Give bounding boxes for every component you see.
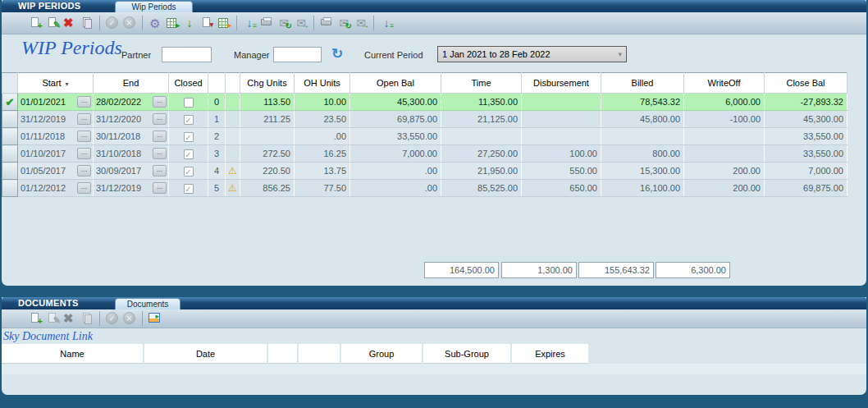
start-date-cell[interactable]: 01/10/2017... <box>18 145 94 163</box>
header-open-bal[interactable]: Open Bal <box>350 73 441 94</box>
time-cell[interactable]: 27,250.00 <box>441 145 522 163</box>
closed-cell[interactable]: ✓ <box>169 180 208 197</box>
tab-documents[interactable]: Documents <box>115 298 180 309</box>
end-date-cell[interactable]: 31/10/2018... <box>94 145 169 163</box>
header-closed[interactable]: Closed <box>169 73 208 94</box>
header-group[interactable]: Group <box>341 344 422 364</box>
date-picker-button[interactable]: ... <box>77 113 91 125</box>
closed-checkbox[interactable]: ✓ <box>184 132 194 142</box>
table-row[interactable]: 01/05/2017... 30/09/2017... ✓ 4 ⚠ 220.50… <box>2 163 847 180</box>
delete-record-icon[interactable]: ✖ <box>62 16 77 30</box>
confirm-icon[interactable]: ✓ <box>105 16 120 30</box>
oh-units-cell[interactable]: 10.00 <box>295 94 350 111</box>
email-send-all-icon[interactable]: ✉→ <box>354 16 368 30</box>
date-picker-button[interactable]: ... <box>77 148 91 159</box>
document-link-icon[interactable] <box>148 311 162 326</box>
billed-cell[interactable]: 800.00 <box>601 145 684 163</box>
time-cell[interactable]: 21,950.00 <box>441 163 522 180</box>
writeoff-cell[interactable]: -100.00 <box>684 111 765 128</box>
table-row[interactable]: 01/12/2012... 31/12/2019... ✓ 5 ⚠ 856.25… <box>2 180 847 197</box>
disbursement-cell[interactable] <box>522 128 601 145</box>
closed-checkbox[interactable]: ✓ <box>184 167 194 176</box>
start-date-cell[interactable]: 01/05/2017... <box>18 163 94 180</box>
manager-input[interactable] <box>273 47 322 62</box>
billed-cell[interactable]: 15,300.00 <box>601 163 684 180</box>
header-writeoff[interactable]: WriteOff <box>684 73 765 94</box>
closed-cell[interactable]: ✓ <box>169 111 208 128</box>
disbursement-cell[interactable] <box>522 111 601 128</box>
header-name[interactable]: Name <box>2 344 143 364</box>
header-time[interactable]: Time <box>441 73 522 94</box>
row-selector[interactable] <box>2 128 18 145</box>
end-date-cell[interactable]: 30/11/2018... <box>94 128 169 145</box>
start-date-cell[interactable]: 01/11/2018... <box>18 128 94 145</box>
header-expires[interactable]: Expires <box>512 344 588 364</box>
close-bal-cell[interactable]: 33,550.00 <box>765 145 847 163</box>
header-oh-units[interactable]: OH Units <box>295 73 350 94</box>
header-seq[interactable] <box>208 73 226 94</box>
time-cell[interactable]: 21,125.00 <box>441 111 522 128</box>
email-sync-all-icon[interactable]: ✉↻ <box>336 16 351 30</box>
disbursement-cell[interactable]: 650.00 <box>522 180 601 197</box>
tab-wip-periods[interactable]: Wip Periods <box>115 1 193 12</box>
oh-units-cell[interactable]: 13.75 <box>295 163 350 180</box>
table-row[interactable]: 01/11/2018... 30/11/2018... ✓ 2 .00 33,5… <box>2 128 847 145</box>
writeoff-cell[interactable]: 200.00 <box>684 163 765 180</box>
billed-cell[interactable]: 78,543.32 <box>601 94 684 111</box>
report-icon[interactable]: ▾ <box>199 16 214 30</box>
header-disbursement[interactable]: Disbursement <box>522 73 601 94</box>
disbursement-cell[interactable]: 100.00 <box>522 145 601 163</box>
close-bal-cell[interactable]: 69,875.00 <box>765 180 847 197</box>
chg-units-cell[interactable]: 272.50 <box>240 145 295 163</box>
current-period-select[interactable]: 1 Jan 2021 to 28 Feb 2022 ▾ <box>437 46 627 62</box>
row-selector[interactable] <box>2 163 18 180</box>
date-picker-button[interactable]: ... <box>77 165 91 176</box>
print-all-icon[interactable] <box>319 16 334 30</box>
date-picker-button[interactable]: ... <box>153 165 167 176</box>
oh-units-cell[interactable]: 23.50 <box>295 111 350 128</box>
end-date-cell[interactable]: 28/02/2022... <box>94 94 169 111</box>
writeoff-cell[interactable] <box>684 145 765 163</box>
close-bal-cell[interactable]: -27,893.32 <box>765 94 847 111</box>
header-blank-2[interactable] <box>299 344 340 364</box>
cancel-icon[interactable]: ✕ <box>122 311 137 326</box>
oh-units-cell[interactable]: .00 <box>295 128 350 145</box>
add-record-icon[interactable]: + <box>28 16 43 30</box>
closed-checkbox[interactable]: ✓ <box>184 115 194 125</box>
delete-document-icon[interactable]: ✖ <box>62 311 77 326</box>
oh-units-cell[interactable]: 16.25 <box>295 145 350 163</box>
edit-record-icon[interactable]: ✎ <box>45 16 60 30</box>
oh-units-cell[interactable]: 77.50 <box>295 180 350 197</box>
header-close-bal[interactable]: Close Bal <box>765 73 847 94</box>
grid-export-icon[interactable]: ▸ <box>165 16 180 30</box>
writeoff-cell[interactable]: 200.00 <box>684 180 765 197</box>
header-warn[interactable] <box>226 73 240 94</box>
closed-cell[interactable] <box>169 94 208 111</box>
writeoff-cell[interactable]: 6,000.00 <box>684 94 765 111</box>
row-selector[interactable]: ✔ <box>2 94 18 111</box>
start-date-cell[interactable]: 01/12/2012... <box>18 180 94 197</box>
download-list-icon[interactable]: ↓≡ <box>242 16 257 30</box>
disbursement-cell[interactable]: 550.00 <box>522 163 601 180</box>
closed-checkbox[interactable]: ✓ <box>184 149 194 159</box>
chg-units-cell[interactable] <box>240 128 295 145</box>
header-start[interactable]: Start▾ <box>18 73 94 94</box>
settings-gear-icon[interactable]: ⚙ <box>148 16 162 30</box>
import-icon[interactable]: ↓ <box>182 16 197 30</box>
email-send-icon[interactable]: ✉→ <box>294 16 308 30</box>
grid-edit-icon[interactable]: ▸ <box>217 16 231 30</box>
close-bal-cell[interactable]: 7,000.00 <box>765 163 847 180</box>
email-sync-icon[interactable]: ✉↻ <box>276 16 291 30</box>
date-picker-button[interactable]: ... <box>153 96 167 108</box>
header-chg-units[interactable]: Chg Units <box>240 73 295 94</box>
row-selector[interactable] <box>2 180 18 197</box>
open-bal-cell[interactable]: 69,875.00 <box>350 111 441 128</box>
end-date-cell[interactable]: 31/12/2019... <box>94 180 169 197</box>
add-document-icon[interactable]: + <box>28 311 43 326</box>
sky-document-link[interactable]: Sky Document Link <box>3 330 93 343</box>
row-selector[interactable] <box>2 111 18 128</box>
header-end[interactable]: End <box>94 73 169 94</box>
date-picker-button[interactable]: ... <box>153 131 167 142</box>
end-date-cell[interactable]: 31/12/2020... <box>94 111 169 128</box>
open-bal-cell[interactable]: .00 <box>350 163 441 180</box>
